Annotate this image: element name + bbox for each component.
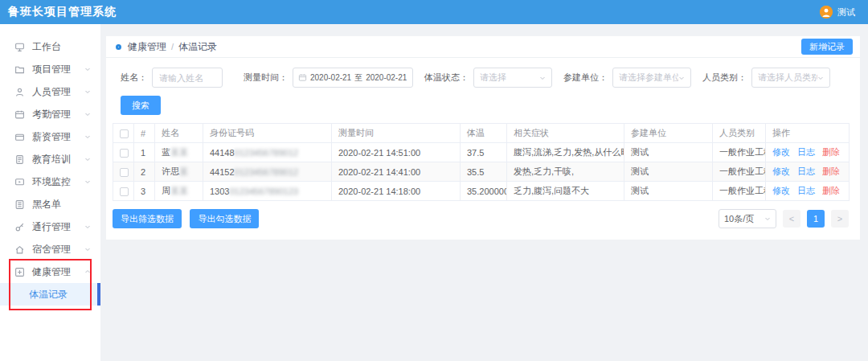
table-row: 3 周某某 130301234567890123 2020-02-21 14:1… <box>113 182 850 201</box>
col-time: 测量时间 <box>332 124 461 143</box>
sidebar-item-access[interactable]: 通行管理 <box>0 215 100 238</box>
cell-index: 1 <box>134 143 155 162</box>
log-link[interactable]: 日志 <box>797 186 815 195</box>
time-filter-label: 测量时间： <box>244 72 288 84</box>
sidebar-item-label: 工作台 <box>32 40 91 54</box>
row-checkbox[interactable] <box>120 168 129 177</box>
cell-temp: 37.5 <box>461 143 507 162</box>
sidebar-item-label: 项目管理 <box>32 63 84 76</box>
cell-symptoms: 发热,乏力,干咳, <box>507 162 624 182</box>
sidebar-item-dormitory[interactable]: 宿舍管理 <box>0 238 100 260</box>
log-link[interactable]: 日志 <box>797 166 815 176</box>
export-checked-button[interactable]: 导出勾选数据 <box>190 209 259 228</box>
cell-time: 2020-02-21 14:18:00 <box>332 182 461 201</box>
category-filter-label: 人员类别： <box>702 72 747 84</box>
active-menu-indicator <box>97 283 100 306</box>
cell-category: 一般作业工种 <box>713 162 766 182</box>
sidebar-item-environment[interactable]: 环境监控 <box>0 170 100 193</box>
filter-bar: 姓名： 测量时间： 2020-02-21 至 2020-02-21 体温状态： … <box>121 68 860 88</box>
chevron-down-icon <box>817 75 824 81</box>
edit-link[interactable]: 修改 <box>772 166 790 176</box>
pagination: 10条/页 < 1 > <box>719 209 849 228</box>
export-filtered-button[interactable]: 导出筛选数据 <box>113 209 182 228</box>
select-all-checkbox[interactable] <box>120 129 129 138</box>
cell-index: 3 <box>134 182 155 201</box>
user-menu[interactable]: 测试 <box>820 6 855 18</box>
sidebar-item-health[interactable]: 健康管理 <box>0 260 100 283</box>
delete-link[interactable]: 删除 <box>822 186 840 195</box>
document-icon <box>14 154 26 165</box>
sidebar-item-salary[interactable]: 薪资管理 <box>0 125 100 148</box>
home-icon <box>14 244 26 255</box>
cell-name: 许思某 <box>155 162 203 182</box>
sidebar-item-project[interactable]: 项目管理 <box>0 58 100 80</box>
row-checkbox[interactable] <box>120 187 129 196</box>
cell-unit: 测试 <box>624 162 713 182</box>
table-header-row: # 姓名 身份证号码 测量时间 体温 相关症状 参建单位 人员类别 操作 <box>113 124 850 143</box>
prev-page-button[interactable]: < <box>783 210 800 228</box>
masked-text: 某 <box>179 166 188 176</box>
date-end-value[interactable]: 2020-02-21 <box>366 73 407 82</box>
next-page-button[interactable]: > <box>831 210 849 228</box>
page-size-select[interactable]: 10条/页 <box>719 209 776 228</box>
sidebar-item-label: 健康管理 <box>32 265 84 279</box>
col-id: 身份证号码 <box>203 124 332 143</box>
sidebar-item-attendance[interactable]: 考勤管理 <box>0 103 100 125</box>
cell-category: 一般作业工种 <box>713 143 766 162</box>
cell-id: 130301234567890123 <box>203 182 332 201</box>
sidebar-item-training[interactable]: 教育培训 <box>0 148 100 170</box>
temperature-status-select[interactable]: 请选择 <box>473 68 552 88</box>
health-icon <box>14 267 26 277</box>
select-placeholder: 请选择参建单位 <box>619 72 678 84</box>
date-start-value[interactable]: 2020-02-21 <box>310 73 351 82</box>
cell-symptoms: 腹泻,流涕,乏力,发热,从什么时候开始 <box>507 143 624 162</box>
personnel-category-select[interactable]: 请选择人员类别 <box>751 68 830 88</box>
masked-text: 0123456789012 <box>235 167 299 177</box>
sidebar-item-label: 环境监控 <box>32 175 84 189</box>
user-avatar-icon <box>820 6 833 18</box>
cell-index: 2 <box>134 162 155 182</box>
main-content: 健康管理 / 体温记录 新增记录 姓名： 测量时间： 2020-02-21 至 … <box>106 36 860 240</box>
cell-name: 蓝某某 <box>155 143 203 162</box>
edit-link[interactable]: 修改 <box>772 186 790 195</box>
delete-link[interactable]: 删除 <box>822 147 840 157</box>
col-temp: 体温 <box>461 124 507 143</box>
col-unit: 参建单位 <box>624 124 713 143</box>
masked-text: 某某 <box>170 147 188 157</box>
edit-link[interactable]: 修改 <box>772 147 790 157</box>
chevron-up-icon <box>84 269 91 275</box>
col-index: # <box>134 124 155 143</box>
breadcrumb-section[interactable]: 健康管理 <box>128 40 166 54</box>
date-range-to-label: 至 <box>354 72 362 84</box>
page-1-button[interactable]: 1 <box>807 210 825 228</box>
calendar-icon <box>298 73 307 82</box>
folder-icon <box>14 64 26 75</box>
participating-unit-select[interactable]: 请选择参建单位 <box>612 68 691 88</box>
cell-temp: 35.2000007... <box>461 182 507 201</box>
sidebar: 工作台 项目管理 人员管理 考勤管理 薪资管理 教育培训 <box>0 24 100 361</box>
masked-text: 0123456789012 <box>235 148 299 158</box>
delete-link[interactable]: 删除 <box>822 166 840 176</box>
row-checkbox[interactable] <box>120 149 129 158</box>
page-size-value: 10条/页 <box>724 213 754 225</box>
name-filter-input[interactable] <box>152 68 223 88</box>
sidebar-item-label: 人员管理 <box>32 85 84 99</box>
sidebar-item-workbench[interactable]: 工作台 <box>0 35 100 58</box>
desktop-icon <box>14 42 26 52</box>
add-record-button[interactable]: 新增记录 <box>801 39 853 55</box>
sidebar-item-label: 宿舍管理 <box>32 243 84 256</box>
chevron-down-icon <box>84 246 91 252</box>
col-name: 姓名 <box>155 124 203 143</box>
date-range-picker[interactable]: 2020-02-21 至 2020-02-21 <box>293 68 413 88</box>
sidebar-subitem-temperature-record[interactable]: 体温记录 <box>0 283 100 306</box>
sidebar-item-label: 薪资管理 <box>32 130 84 144</box>
sidebar-item-personnel[interactable]: 人员管理 <box>0 80 100 103</box>
col-category: 人员类别 <box>713 124 766 143</box>
cell-id: 441480123456789012 <box>203 143 332 162</box>
cell-actions: 修改 日志 删除 <box>766 182 850 201</box>
log-link[interactable]: 日志 <box>797 147 815 157</box>
sidebar-item-blacklist[interactable]: 黑名单 <box>0 193 100 215</box>
search-button[interactable]: 搜索 <box>121 96 161 115</box>
top-bar: 鲁班长项目管理系统 测试 <box>0 0 868 24</box>
breadcrumb-separator: / <box>171 42 174 51</box>
